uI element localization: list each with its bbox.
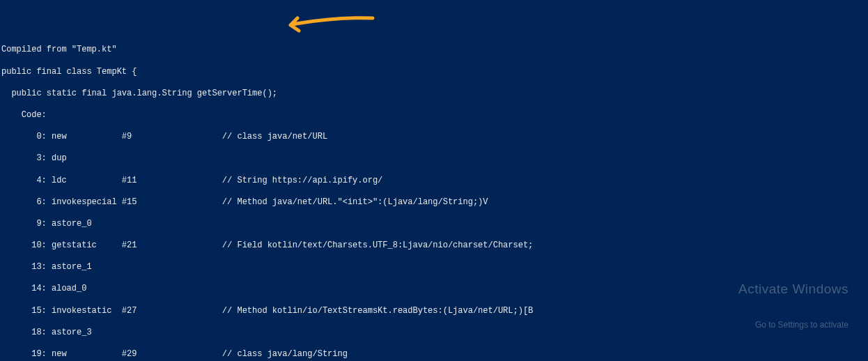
bytecode-line: 3: dup: [1, 153, 867, 164]
bytecode-line: 14: aload_0: [1, 284, 867, 295]
class-declaration: public final class TempKt {: [1, 67, 867, 78]
method1-code-label: Code:: [1, 110, 867, 121]
windows-activation-watermark: Activate Windows Go to Settings to activ…: [738, 259, 848, 341]
watermark-subtitle: Go to Settings to activate: [738, 320, 848, 331]
arrow-annotation-icon: [282, 14, 376, 35]
method1-signature: public static final java.lang.String get…: [1, 89, 867, 100]
bytecode-line: 6: invokespecial #15 // Method java/net/…: [1, 197, 867, 208]
watermark-title: Activate Windows: [738, 281, 848, 298]
bytecode-line: 10: getstatic #21 // Field kotlin/text/C…: [1, 240, 867, 252]
bytecode-line: 19: new #29 // class java/lang/String: [1, 349, 867, 360]
compiled-from: Compiled from "Temp.kt": [1, 45, 867, 56]
bytecode-line: 4: ldc #11 // String https://api.ipify.o…: [1, 176, 867, 187]
bytecode-line: 15: invokestatic #27 // Method kotlin/io…: [1, 306, 867, 317]
bytecode-line: 18: astore_3: [1, 328, 867, 339]
bytecode-line: 9: astore_0: [1, 219, 867, 230]
bytecode-line: 13: astore_1: [1, 262, 867, 273]
bytecode-line: 0: new #9 // class java/net/URL: [1, 132, 867, 143]
